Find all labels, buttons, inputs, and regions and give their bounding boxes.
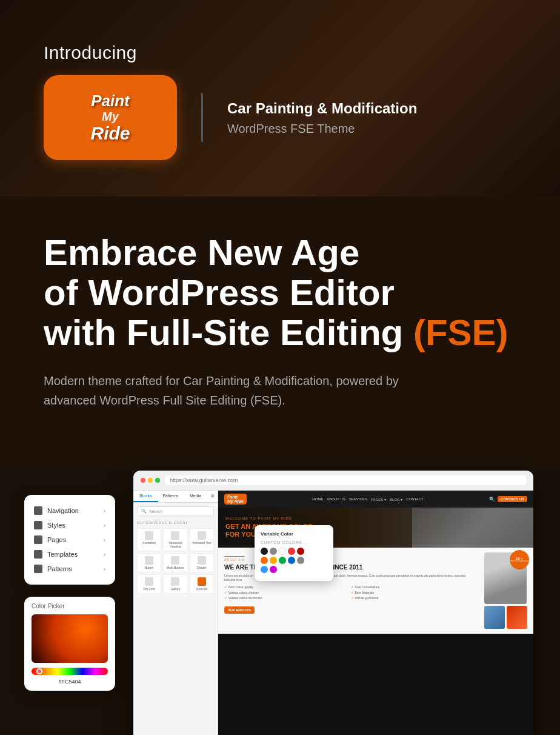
about-main-image-container: 10 + Years Of Experience — [484, 552, 527, 604]
about-checkmarks: ✓ Best colour quality ✓ Free consultatio… — [224, 585, 476, 600]
color-swatch-purple[interactable] — [270, 566, 277, 573]
minimize-window-button[interactable] — [148, 478, 153, 483]
gallery-block-icon — [171, 577, 179, 586]
block-animated-text[interactable]: Animated Text — [190, 528, 214, 551]
color-swatch-gray2[interactable] — [297, 557, 304, 564]
nav-link-contact[interactable]: CONTACT — [406, 497, 424, 502]
color-swatch-red1[interactable] — [288, 548, 295, 555]
close-panel-button[interactable]: ✕ — [208, 491, 218, 502]
templates-icon — [34, 550, 42, 559]
checkmark-icon: ✓ — [351, 596, 354, 600]
site-nav-actions: 🔍 CONTACT US — [489, 496, 527, 502]
color-swatches-row1 — [261, 548, 327, 555]
color-swatch-lightblue[interactable] — [261, 566, 268, 573]
badge-label: Years Of Experience — [510, 560, 529, 563]
floating-panels: Navigation › Styles › Pages › — [24, 495, 115, 691]
wp-panel-tabs: Blocks Patterns Media ✕ — [133, 491, 218, 503]
nav-item-label: Pages — [47, 536, 66, 543]
close-window-button[interactable] — [141, 478, 145, 483]
block-divider[interactable]: Divider — [190, 553, 214, 572]
color-swatch-yellow[interactable] — [270, 557, 277, 564]
our-services-button[interactable]: OUR SERVICES — [224, 606, 255, 614]
block-dropdown[interactable]: Icon List — [190, 574, 214, 594]
checkmark-icon: ✓ — [224, 590, 227, 594]
custom-colors-label: CUSTOM COLORS — [261, 540, 327, 545]
logo-paint: Paint — [90, 92, 130, 110]
introducing-label: Introducing — [44, 42, 516, 63]
check-item-5: ✓ Various colour technician — [224, 596, 350, 600]
browser-url-bar[interactable]: https://www.guitarverse.com — [165, 475, 526, 485]
vertical-divider — [201, 93, 203, 142]
checkmark-icon: ✓ — [351, 590, 354, 594]
checkmark-icon: ✓ — [224, 596, 227, 600]
nav-item-styles[interactable]: Styles › — [34, 518, 105, 532]
theme-subtitle: WordPress FSE Theme — [227, 122, 417, 136]
about-section-tag: ABOUT US — [224, 556, 244, 562]
nav-link-home[interactable]: HOME — [312, 497, 323, 502]
checkmark-icon: ✓ — [224, 585, 227, 589]
color-swatch-white[interactable] — [279, 548, 286, 555]
color-swatch-blue[interactable] — [288, 557, 295, 564]
block-flip-font[interactable]: Flip Font — [137, 574, 161, 594]
tab-blocks[interactable]: Blocks — [133, 491, 158, 502]
check-label: Best Materials — [355, 591, 375, 594]
block-gallery[interactable]: Gallery — [163, 574, 187, 594]
nav-item-label: Styles — [47, 522, 65, 529]
nav-item-navigation[interactable]: Navigation › — [34, 503, 105, 518]
nav-item-templates[interactable]: Templates › — [34, 547, 105, 562]
color-swatch-black[interactable] — [261, 548, 268, 555]
chevron-right-icon: › — [104, 551, 105, 558]
car-image-red — [507, 606, 527, 629]
tab-media[interactable]: Media — [183, 491, 208, 502]
contact-us-button[interactable]: CONTACT US — [498, 496, 527, 502]
headline-line3: with Full-Site Editing — [44, 312, 403, 353]
logo-text: Paint My Ride — [90, 92, 130, 143]
theme-title: Car Painting & Modification — [227, 100, 417, 117]
nav-link-services[interactable]: SERVICES — [349, 497, 367, 502]
variable-color-overlay: Variable Color CUSTOM COLORS — [255, 525, 333, 581]
nav-link-about[interactable]: ABOUT US — [327, 497, 345, 502]
logo-ride: Ride — [90, 123, 130, 143]
block-multi-buttons[interactable]: Multi Buttons — [163, 553, 187, 572]
color-swatch-red2[interactable] — [297, 548, 304, 555]
block-accordion[interactable]: Accordion — [137, 528, 161, 551]
chevron-right-icon: › — [104, 566, 105, 572]
chevron-right-icon: › — [104, 508, 105, 514]
nav-item-pages[interactable]: Pages › — [34, 532, 105, 547]
block-advanced-heading[interactable]: Advanced Heading — [163, 528, 187, 551]
dropdown-block-icon — [198, 577, 206, 586]
browser-window-controls — [141, 478, 160, 483]
nav-link-blog[interactable]: BLOG ▾ — [390, 497, 402, 502]
mockup-section: Navigation › Styles › Pages › — [0, 471, 560, 735]
color-gradient-area[interactable] — [32, 614, 108, 663]
check-label: Best colour quality — [228, 585, 253, 589]
nav-item-label: Navigation — [47, 507, 79, 514]
nav-item-label: Templates — [47, 551, 78, 558]
blocks-search[interactable]: 🔍 Search — [137, 506, 214, 516]
color-swatch-green[interactable] — [279, 557, 286, 564]
color-hex-value[interactable]: #FC5404 — [32, 679, 108, 685]
search-icon[interactable]: 🔍 — [489, 497, 495, 502]
color-hue-bar[interactable] — [32, 668, 108, 675]
nav-link-pages[interactable]: PAGES ▾ — [371, 497, 386, 502]
headline-fse: (FSE) — [413, 312, 508, 353]
logo-my: My — [90, 110, 130, 123]
nav-item-patterns[interactable]: Patterns › — [34, 562, 105, 576]
maximize-window-button[interactable] — [155, 478, 160, 483]
divider-block-icon — [198, 556, 206, 565]
site-nav-links: HOME ABOUT US SERVICES PAGES ▾ BLOG ▾ CO… — [312, 497, 424, 502]
wp-nav-panel: Navigation › Styles › Pages › — [24, 495, 115, 585]
flip-font-block-icon — [145, 577, 153, 586]
website-preview: PaintMy Ride HOME ABOUT US SERVICES PAGE… — [218, 491, 533, 735]
block-button[interactable]: Button — [137, 553, 161, 572]
tab-patterns[interactable]: Patterns — [158, 491, 183, 502]
advanced-heading-block-icon — [171, 531, 179, 540]
search-placeholder: Search — [149, 509, 162, 514]
patterns-icon — [34, 565, 42, 573]
color-swatch-gray[interactable] — [270, 548, 277, 555]
car-image-blue — [484, 606, 505, 629]
check-label: Various colour choices — [228, 591, 259, 594]
check-label: Free consultations — [355, 585, 380, 589]
navigation-icon — [34, 506, 42, 515]
color-swatch-orange[interactable] — [261, 557, 268, 564]
